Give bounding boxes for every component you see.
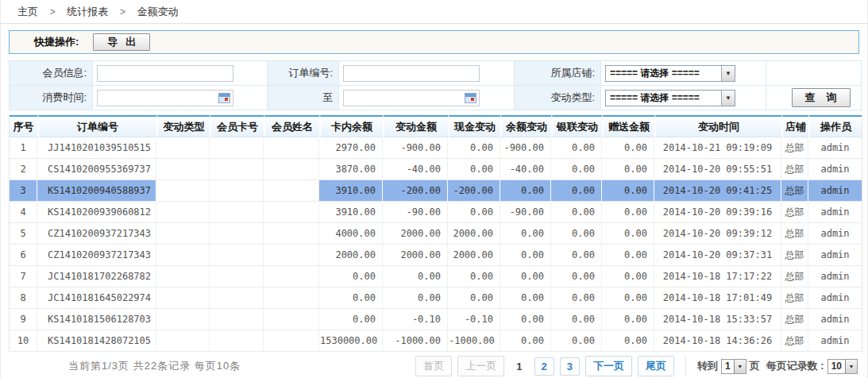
first-page-button[interactable]: 首页	[415, 356, 452, 376]
page: 主页 > 统计报表 > 金额变动 快捷操作: 导出 会员信息: 订单编号: 所属…	[0, 0, 868, 378]
table-row[interactable]: 3KS14102009405889373910.00-200.00-200.00…	[10, 180, 862, 202]
per-page-select[interactable]: 10 ▼	[827, 359, 858, 374]
chevron-down-icon[interactable]: ▼	[721, 91, 735, 106]
column-header-5: 卡内余额	[319, 115, 383, 137]
cell-card-no	[210, 287, 264, 309]
cell-change-time: 2014-10-20 09:37:31	[654, 245, 781, 266]
calendar-icon[interactable]	[218, 93, 230, 103]
order-no-input[interactable]	[343, 65, 480, 82]
column-header-0: 序号	[10, 115, 37, 137]
data-table: 序号订单编号变动类型会员卡号会员姓名卡内余额变动金额现金变动余额变动银联变动赠送…	[9, 115, 862, 352]
cell-unionpay-change: 0.00	[551, 223, 602, 245]
cell-member-name	[264, 159, 319, 180]
cell-change-type	[156, 245, 210, 266]
page-button-1[interactable]: 1	[510, 358, 528, 375]
cell-change-amount: -90.00	[383, 202, 448, 223]
cell-shop: 总部	[781, 330, 808, 352]
cell-change-type	[156, 180, 210, 202]
cell-member-name	[264, 245, 319, 266]
goto-page-select-value: 1	[722, 361, 734, 372]
column-header-7: 现金变动	[448, 115, 500, 137]
member-info-input[interactable]	[97, 65, 233, 82]
table-row[interactable]: 9KS14101815061287030.00-0.10-0.100.000.0…	[10, 309, 862, 330]
breadcrumb: 主页 > 统计报表 > 金额变动	[1, 0, 867, 24]
cell-change-amount: -200.00	[383, 180, 448, 202]
chevron-down-icon[interactable]: ▼	[734, 360, 746, 373]
shop-select[interactable]: ===== 请选择 ===== ▼	[605, 65, 735, 82]
per-page-label: 每页记录数 :	[766, 359, 824, 373]
consume-time-to-input[interactable]	[343, 90, 480, 106]
export-button[interactable]: 导出	[93, 33, 150, 51]
breadcrumb-home[interactable]: 主页	[17, 6, 38, 17]
table-row[interactable]: 1JJ14102010395105152970.00-900.000.00-90…	[10, 137, 862, 159]
cell-card-no	[210, 159, 264, 180]
shop-label: 所属店铺:	[515, 61, 601, 86]
table-row[interactable]: 8JC14101816450229740.000.000.000.000.000…	[10, 287, 862, 309]
column-header-6: 变动金额	[383, 115, 448, 137]
cell-balance-change: 0.00	[500, 180, 551, 202]
cell-member-name	[264, 330, 319, 352]
consume-time-from-input[interactable]	[97, 90, 233, 106]
cell-order-no: JC1410181702268782	[37, 266, 156, 287]
consume-time-label: 消费时间:	[10, 86, 93, 110]
cell-change-amount: -1000.00	[383, 330, 448, 352]
cell-seq: 6	[10, 245, 37, 266]
cell-unionpay-change: 0.00	[551, 245, 602, 266]
calendar-icon[interactable]	[465, 93, 476, 103]
next-page-button[interactable]: 下一页	[585, 356, 632, 376]
cell-cash-change: -1000.00	[448, 330, 500, 352]
goto-suffix: 页	[750, 359, 760, 373]
cell-balance: 3910.00	[319, 202, 383, 223]
column-header-2: 变动类型	[156, 115, 210, 137]
cell-cash-change: 2000.00	[448, 245, 500, 266]
cell-gift-amount: 0.00	[602, 180, 654, 202]
column-header-3: 会员卡号	[210, 115, 264, 137]
cell-gift-amount: 0.00	[602, 223, 654, 245]
cell-gift-amount: 0.00	[602, 309, 654, 330]
chevron-down-icon[interactable]: ▼	[845, 360, 857, 373]
cell-card-no	[210, 202, 264, 223]
cell-change-type	[156, 309, 210, 330]
breadcrumb-statistics-reports[interactable]: 统计报表	[67, 6, 108, 17]
cell-balance: 3870.00	[319, 159, 383, 180]
goto-controls: 转到 1 ▼ 页 每页记录数 : 10 ▼	[685, 357, 859, 376]
cell-change-type	[156, 159, 210, 180]
page-button-3[interactable]: 3	[560, 357, 580, 376]
cell-cash-change: 0.00	[448, 266, 500, 287]
cell-order-no: JC1410181645022974	[37, 287, 156, 309]
goto-page-select[interactable]: 1 ▼	[721, 359, 746, 374]
cell-change-time: 2014-10-20 09:39:12	[654, 223, 781, 245]
cell-gift-amount: 0.00	[602, 137, 654, 159]
table-row[interactable]: 4KS14102009390608123910.00-90.000.00-90.…	[10, 202, 862, 223]
cell-shop: 总部	[781, 159, 808, 180]
cell-operator: admin	[808, 223, 862, 245]
cell-balance-change: 0.00	[500, 330, 551, 352]
cell-seq: 4	[10, 202, 37, 223]
table-row[interactable]: 10KS14101814280721051530000.00-1000.00-1…	[10, 330, 862, 352]
table-row[interactable]: 2CS14102009553697373870.00-40.000.00-40.…	[10, 159, 862, 180]
cell-balance: 3910.00	[319, 180, 383, 202]
cell-operator: admin	[808, 245, 862, 266]
table-row[interactable]: 7JC14101817022687820.000.000.000.000.000…	[10, 266, 862, 287]
cell-card-no	[210, 309, 264, 330]
cell-shop: 总部	[781, 266, 808, 287]
per-page-select-value: 10	[828, 361, 845, 372]
table-row[interactable]: 6CZ14102009372173432000.002000.002000.00…	[10, 245, 862, 266]
cell-cash-change: 0.00	[448, 287, 500, 309]
cell-change-time: 2014-10-20 09:41:25	[654, 180, 781, 202]
search-button[interactable]: 查询	[792, 88, 851, 107]
chevron-down-icon[interactable]: ▼	[721, 66, 735, 81]
cell-balance-change: -900.00	[500, 137, 551, 159]
prev-page-button[interactable]: 上一页	[457, 356, 504, 376]
cell-change-amount: -0.10	[383, 309, 448, 330]
table-row[interactable]: 5CZ14102009372173434000.002000.002000.00…	[10, 223, 862, 245]
cell-seq: 8	[10, 287, 37, 309]
cell-member-name	[264, 137, 319, 159]
column-header-10: 赠送金额	[602, 115, 654, 137]
cell-cash-change: 0.00	[448, 137, 500, 159]
cell-cash-change: -0.10	[448, 309, 500, 330]
cell-change-type	[156, 287, 210, 309]
page-button-2[interactable]: 2	[534, 357, 554, 376]
last-page-button[interactable]: 尾页	[638, 356, 674, 376]
change-type-select[interactable]: ===== 请选择 ===== ▼	[605, 90, 735, 106]
